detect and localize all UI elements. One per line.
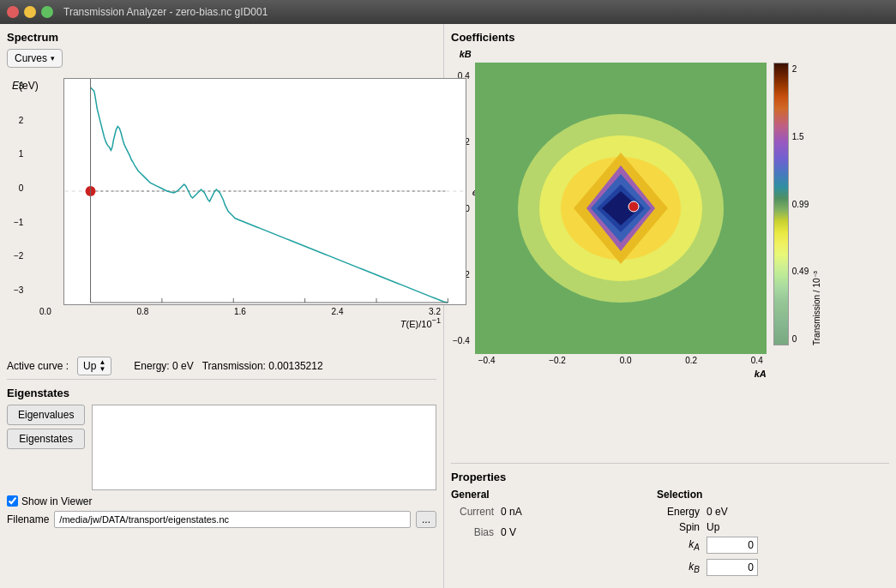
eigenvalues-button[interactable]: Eigenvalues: [7, 405, 85, 425]
colorbar-val-099: 0.99: [792, 200, 809, 209]
selection-col: Selection Energy 0 eV Spin Up kA kB: [657, 489, 828, 581]
left-panel: Spectrum Curves ▾ E(eV) 3 2 1 0 −1 −2 −3: [0, 24, 444, 588]
spin-header-row: Spin Up: [657, 521, 828, 533]
x-coeff-00: 0.0: [620, 356, 632, 365]
curves-dropdown-label: Curves: [15, 52, 47, 64]
coefficients-title: Coefficients: [451, 31, 889, 44]
energy-header-val: 0 eV: [707, 506, 728, 518]
coeff-x-labels: −0.4 −0.2 0.0 0.2 0.4: [475, 354, 767, 367]
eigenstates-list: [92, 405, 436, 490]
y-tick-n1: −1: [14, 218, 23, 227]
filename-row: Filename ...: [7, 511, 436, 528]
x-tick-08: 0.8: [137, 307, 149, 316]
kb-row: kB: [657, 559, 828, 576]
kb-label: kB: [657, 561, 700, 574]
x-coeff-04: 0.4: [751, 356, 763, 365]
y-coeff-n04: −0.4: [453, 336, 470, 345]
eigenstates-button[interactable]: Eigenstates: [7, 429, 85, 449]
selection-title: Selection: [657, 489, 828, 501]
active-curve-label: Active curve :: [7, 360, 69, 372]
active-curve-dropdown[interactable]: Up ▲ ▼: [77, 357, 111, 375]
colorbar-val-2: 2: [792, 64, 809, 74]
spin-header-val: Up: [707, 521, 719, 533]
x-coeff-02: 0.2: [685, 356, 697, 365]
spectrum-controls: Curves ▾: [7, 49, 436, 68]
bias-row: Bias 0 V: [451, 526, 622, 538]
colorbar-gradient: [773, 63, 789, 345]
general-title: General: [451, 489, 622, 501]
eigenstates-content: Eigenvalues Eigenstates: [7, 405, 436, 490]
transmission-value: Transmission: 0.00135212: [202, 360, 323, 372]
maximize-button[interactable]: [41, 6, 53, 18]
energy-header-row: Energy 0 eV: [657, 506, 828, 518]
current-label: Current: [451, 506, 494, 518]
filename-input[interactable]: [54, 511, 411, 528]
properties-grid: General Current 0 nA Bias 0 V Selection …: [451, 489, 889, 581]
chevron-down-icon: ▾: [51, 54, 55, 63]
filename-label: Filename: [7, 513, 49, 525]
spectrum-chart: ϵF: [63, 78, 466, 305]
general-col: General Current 0 nA Bias 0 V: [451, 489, 622, 581]
browse-button[interactable]: ...: [416, 511, 436, 528]
window-title: Transmission Analyzer - zero-bias.nc gID…: [63, 6, 268, 18]
colorbar-val-15: 1.5: [792, 132, 809, 141]
y-tick-0: 0: [19, 183, 24, 193]
active-curve-value: Up: [83, 360, 96, 372]
x-coeff-n04: −0.4: [478, 356, 496, 365]
energy-header-label: Energy: [657, 506, 700, 518]
x-tick-16: 1.6: [234, 307, 246, 316]
ka-row: kA: [657, 537, 828, 554]
properties-section: Properties General Current 0 nA Bias 0 V: [451, 463, 889, 581]
coeff-heatmap: [475, 63, 767, 354]
x-axis-label: T: [400, 319, 406, 329]
close-button[interactable]: [7, 6, 19, 18]
x-tick-32: 3.2: [429, 307, 441, 316]
eigen-buttons: Eigenvalues Eigenstates: [7, 405, 85, 490]
right-panel: Coefficients kB 0.4 0.2 0.0 −0.2 −0.4: [444, 24, 896, 588]
x-tick-00: 0.0: [39, 307, 51, 316]
eigenstates-section: Eigenstates Eigenvalues Eigenstates Show…: [7, 379, 436, 581]
show-viewer-row: Show in Viewer: [7, 495, 436, 507]
active-curve-row: Active curve : Up ▲ ▼ Energy: 0 eV Trans…: [7, 357, 436, 375]
curves-dropdown[interactable]: Curves ▾: [7, 49, 63, 68]
kb-input[interactable]: [707, 559, 758, 576]
y-tick-2: 2: [19, 116, 24, 125]
minimize-button[interactable]: [24, 6, 36, 18]
properties-title: Properties: [451, 471, 889, 483]
spectrum-title: Spectrum: [7, 31, 436, 44]
ka-input[interactable]: [707, 537, 758, 554]
show-viewer-checkbox[interactable]: [7, 495, 18, 507]
kb-axis-label: kB: [460, 49, 472, 59]
colorbar-title: Transmission / 10⁻³: [812, 271, 821, 345]
ka-axis-label: kA: [755, 369, 767, 379]
titlebar: Transmission Analyzer - zero-bias.nc gID…: [0, 0, 896, 24]
svg-point-20: [628, 201, 639, 212]
x-axis-unit: (E)/10−1: [406, 319, 441, 329]
y-tick-n2: −2: [14, 251, 23, 261]
y-tick-3: 3: [19, 81, 24, 91]
colorbar-val-0: 0: [792, 334, 809, 344]
bias-label: Bias: [451, 526, 494, 538]
spin-header-label: Spin: [657, 521, 700, 533]
eigenstates-title: Eigenstates: [7, 387, 436, 399]
y-tick-n3: −3: [14, 285, 23, 295]
main-content: Spectrum Curves ▾ E(eV) 3 2 1 0 −1 −2 −3: [0, 24, 896, 588]
colorbar-val-049: 0.49: [792, 267, 809, 276]
ka-label: kA: [657, 538, 700, 552]
energy-value: Energy: 0 eV: [134, 360, 193, 372]
bias-value: 0 V: [501, 526, 516, 538]
coefficients-section: Coefficients kB 0.4 0.2 0.0 −0.2 −0.4: [451, 31, 889, 459]
show-viewer-label: Show in Viewer: [21, 495, 93, 507]
current-row: Current 0 nA: [451, 506, 622, 518]
current-value: 0 nA: [501, 506, 522, 518]
x-tick-24: 2.4: [332, 307, 344, 316]
x-coeff-n02: −0.2: [549, 356, 566, 365]
spin-arrows-icon: ▲ ▼: [99, 359, 105, 373]
y-tick-1: 1: [19, 149, 24, 159]
coeff-chart-wrapper: kB 0.4 0.2 0.0 −0.2 −0.4: [451, 49, 889, 379]
